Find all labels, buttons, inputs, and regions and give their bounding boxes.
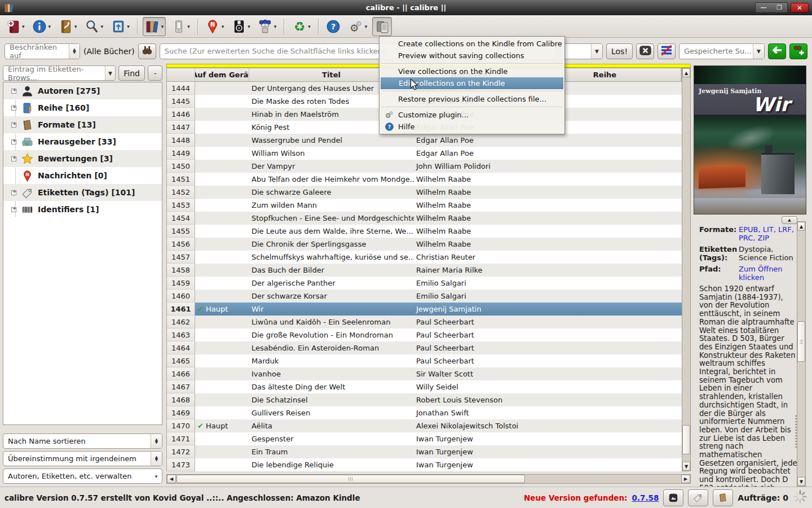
clear-search-button[interactable]: [636, 43, 654, 59]
table-row[interactable]: 1466 ✔ Ivanhoe Sir Walter Scott: [167, 367, 682, 380]
view-book-button[interactable]: ▾: [108, 17, 132, 36]
connect-share-button[interactable]: ▾: [255, 17, 279, 36]
menu-item[interactable]: View collections on the Kindle: [380, 65, 564, 77]
dropdown-arrow-icon[interactable]: ▾: [187, 24, 190, 29]
tag-browser-toggle-button[interactable]: [688, 489, 708, 506]
table-row[interactable]: 1473 ✔ Die lebendige Reliquie Iwan Turge…: [167, 458, 682, 471]
table-row[interactable]: 1456 ✔ Die Chronik der Sperlingsgasse Wi…: [167, 238, 682, 251]
dropdown-arrow-icon[interactable]: ▾: [365, 24, 368, 29]
horizontal-scrollbar[interactable]: ◀ ▶: [166, 474, 691, 484]
highlight-matches-button[interactable]: [657, 43, 676, 59]
expander-icon[interactable]: [11, 190, 16, 195]
expander-icon[interactable]: [11, 89, 16, 94]
table-row[interactable]: 1462 ✔ Liwûna und Kaidôh - Ein Seelenrom…: [167, 316, 682, 329]
save-to-disk-button[interactable]: ▾: [229, 17, 253, 36]
update-link[interactable]: 0.7.58: [632, 493, 659, 502]
saved-search-combo[interactable]: Gespeicherte Su... ▼: [679, 43, 765, 59]
table-row[interactable]: 1460 ✔ Der schwarze Korsar Emilio Salgar…: [167, 290, 682, 303]
menu-item[interactable]: ⚙⚙ Customize plugin...: [380, 109, 564, 121]
book-cover[interactable]: Jewgenij Samjatin Wir: [694, 65, 806, 214]
table-row[interactable]: 1461 ✔Haupt Wir Jewgenij Samjatin: [167, 303, 682, 316]
find-button[interactable]: Find: [118, 65, 145, 81]
details-scrollbar[interactable]: ▲ ▼: [797, 221, 806, 487]
dropdown-arrow-icon[interactable]: ▾: [308, 24, 311, 29]
table-row[interactable]: 1467 ✔ Das älteste Ding der Welt Willy S…: [167, 380, 682, 393]
scroll-up-icon[interactable]: ▲: [682, 68, 690, 77]
expander-icon[interactable]: [11, 139, 16, 144]
restore-button[interactable]: ❐: [771, 3, 787, 12]
help-button[interactable]: ?: [324, 17, 343, 36]
expander-icon[interactable]: [11, 207, 16, 212]
table-row[interactable]: 1458 ✔ Das Buch der Bilder Rainer Maria …: [167, 264, 682, 277]
save-search-button[interactable]: [789, 43, 807, 59]
details-scroll-thumb[interactable]: [797, 321, 805, 362]
expander-icon[interactable]: [11, 106, 16, 111]
spinner-arrows-icon[interactable]: ▲▼: [69, 44, 80, 59]
scroll-down-icon[interactable]: ▼: [797, 477, 805, 486]
tag-browser-item[interactable]: Bewertungen [3]: [3, 150, 162, 167]
close-button[interactable]: ✕: [791, 3, 809, 12]
add-books-button[interactable]: ▾: [3, 17, 27, 36]
spinner-arrows-icon[interactable]: ▲▼: [151, 452, 162, 466]
table-row[interactable]: 1452 ✔ Die schwarze Galeere Wilhelm Raab…: [167, 186, 682, 199]
table-row[interactable]: 1451 ✔ Abu Telfan oder die Heimkehr vom …: [167, 173, 682, 186]
preferences-button[interactable]: ⚙⚙ ▾: [346, 17, 370, 36]
table-row[interactable]: 1465 ✔ Marduk Paul Scheerbart: [167, 354, 682, 367]
table-row[interactable]: 1450 ✔ Der Vampyr John William Polidori: [167, 160, 682, 173]
tag-browser-item[interactable]: Formate [13]: [3, 116, 162, 133]
collapse-details-button[interactable]: ▲: [782, 216, 797, 224]
jobs-spinner-icon[interactable]: [793, 489, 807, 506]
dropdown-arrow-icon[interactable]: ▾: [222, 24, 224, 29]
horizontal-scroll-thumb[interactable]: [176, 475, 525, 483]
menu-item[interactable]: Edit collections on the Kindle: [381, 77, 563, 89]
dropdown-arrow-icon[interactable]: ▾: [101, 24, 104, 29]
dropdown-arrow-icon[interactable]: ▾: [74, 24, 77, 29]
advanced-search-button[interactable]: [138, 43, 156, 59]
header-rownum[interactable]: [167, 68, 195, 81]
library-button[interactable]: ▾: [143, 17, 166, 36]
sort-by-combo[interactable]: Nach Name sortieren ▲▼: [3, 433, 162, 449]
table-row[interactable]: 1471 ✔ Gespenster Iwan Turgenjew: [167, 432, 682, 445]
table-row[interactable]: 1469 ✔ Gullivers Reisen Jonathan Swift: [167, 406, 682, 419]
table-row[interactable]: 1468 ✔ Die Schatzinsel Robert Louis Stev…: [167, 393, 682, 406]
table-row[interactable]: 1455 ✔ Die Leute aus dem Walde, ihre Ste…: [167, 225, 682, 238]
collapse-all-button[interactable]: -: [148, 65, 162, 81]
fetch-news-button[interactable]: N ▾: [203, 17, 227, 36]
table-row[interactable]: 1472 ✔ Ein Traum Iwan Turgenjew: [167, 445, 682, 458]
search-button[interactable]: ▾: [82, 17, 106, 36]
scroll-up-icon[interactable]: ▲: [797, 222, 805, 231]
header-on-device[interactable]: Auf dem Gerät: [195, 68, 249, 81]
dropdown-arrow-icon[interactable]: ▾: [22, 24, 25, 29]
tag-browser-item[interactable]: Herausgeber [33]: [3, 133, 162, 150]
go-button[interactable]: Los!: [606, 43, 633, 59]
dropdown-arrow-icon[interactable]: ▾: [248, 24, 250, 29]
table-row[interactable]: 1457 ✔ Schelmuffskys wahrhaftige, kuriös…: [167, 251, 682, 264]
scroll-left-icon[interactable]: ◀: [167, 475, 176, 483]
table-row[interactable]: 1448 ✔ Wassergrube und Pendel Edgar Alla…: [167, 134, 682, 147]
chevron-down-icon[interactable]: ▼: [753, 44, 764, 59]
chevron-down-icon[interactable]: ▼: [105, 66, 116, 80]
minimize-button[interactable]: —: [756, 3, 771, 12]
path-link[interactable]: Zum Öffnen klicken: [739, 265, 796, 282]
kindle-collections-button[interactable]: [372, 17, 392, 36]
chevron-down-icon[interactable]: ▾: [151, 469, 162, 483]
scroll-right-icon[interactable]: ▶: [681, 475, 690, 483]
table-row[interactable]: 1454 ✔ Stopfkuchen - Eine See- und Mordg…: [167, 212, 682, 225]
dropdown-arrow-icon[interactable]: ▾: [274, 24, 277, 29]
remove-books-button[interactable]: ♻ ▾: [289, 17, 313, 36]
cover-browser-button[interactable]: [663, 489, 683, 506]
delete-saved-search-button[interactable]: [768, 43, 786, 59]
table-row[interactable]: 1459 ✔ Der algerische Panther Emilio Sal…: [167, 277, 682, 290]
expander-icon[interactable]: [11, 122, 16, 128]
convert-books-button[interactable]: ▾: [56, 17, 80, 36]
menu-item[interactable]: Restore previous Kindle collections file…: [380, 93, 564, 105]
table-row[interactable]: 1464 ✔ Lesabéndio. Ein Asteroiden-Roman …: [167, 341, 682, 354]
table-row[interactable]: 1453 ✔ Zum wilden Mann Wilhelm Raabe: [167, 199, 682, 212]
manage-combo[interactable]: Autoren, Etiketten, etc. verwalten ▾: [3, 468, 162, 484]
search-history-combo[interactable]: ▼: [560, 43, 603, 59]
match-combo[interactable]: Übereinstimmung mit irgendeinem ▲▼: [3, 451, 162, 466]
dropdown-arrow-icon[interactable]: ▾: [48, 24, 51, 29]
tag-browser-find-input[interactable]: Eintrag im Etiketten-Brows... ▼: [3, 65, 116, 81]
splitter-handle[interactable]: [795, 414, 797, 448]
tag-browser-item[interactable]: Etiketten (Tags) [101]: [3, 184, 162, 201]
